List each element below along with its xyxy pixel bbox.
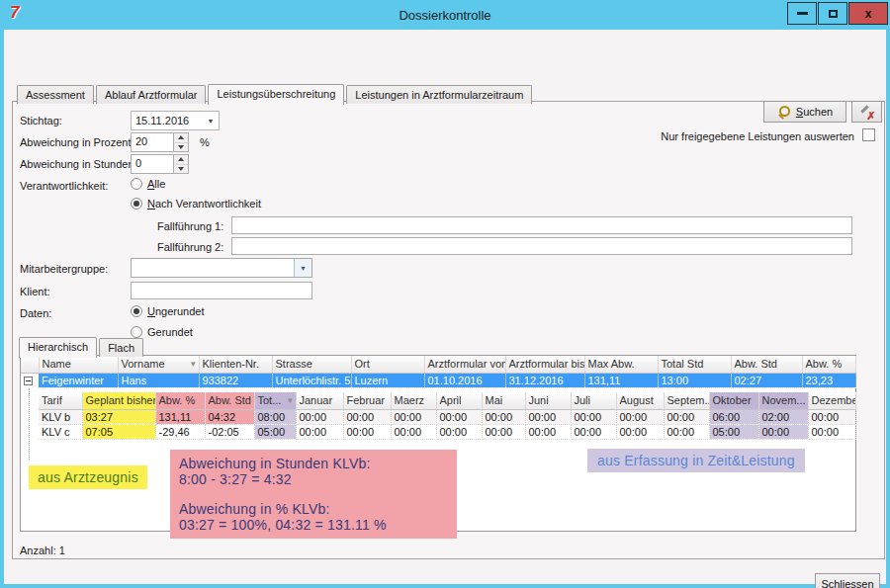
cell-month: 00:00: [482, 424, 525, 439]
header-dezember[interactable]: Dezember: [808, 392, 855, 409]
tab-hierarchisch[interactable]: Hierarchisch: [19, 337, 97, 358]
cell-abw-prozent: 23,23: [802, 373, 855, 387]
stepper-down-button[interactable]: [174, 143, 188, 152]
cell-geplant: 07:05: [82, 424, 155, 439]
cell-month: 00:00: [664, 424, 709, 439]
radio-ungerundet[interactable]: Ungerundet: [131, 305, 205, 317]
mitarbeitergruppe-combobox[interactable]: ▼: [131, 258, 312, 278]
cell-strasse: Unterlöchlistr. 5: [272, 373, 351, 387]
header-strasse[interactable]: Strasse: [272, 356, 351, 373]
clear-search-button[interactable]: [851, 101, 882, 123]
stepper-up-button[interactable]: [174, 155, 188, 165]
abw-prozent-stepper[interactable]: 20: [131, 132, 189, 152]
header-juli[interactable]: Juli: [571, 392, 616, 409]
header-max-abw[interactable]: Max Abw.: [584, 356, 658, 373]
close-button[interactable]: x: [848, 2, 888, 25]
header-geplant-bisher[interactable]: Geplant bisher: [82, 392, 155, 409]
radio-circle-icon: [131, 178, 142, 190]
result-count: Anzahl: 1: [20, 545, 65, 556]
only-released-checkbox[interactable]: [862, 128, 875, 141]
tab-leistungsueberschreitung[interactable]: Leistungsüberschreitung: [208, 84, 344, 105]
tariff-row-klvc[interactable]: KLV c 07:05 -29,46 -02:05 05:00 00:00 00…: [39, 424, 855, 439]
header-november[interactable]: Novem...: [758, 392, 808, 409]
main-tabstrip: Assessment Ablauf Arztformular Leistungs…: [17, 84, 534, 104]
radio-circle-icon: [131, 305, 142, 317]
header-total[interactable]: ▾Tot...: [254, 392, 296, 409]
tab-assessment[interactable]: Assessment: [17, 85, 94, 104]
header-oktober[interactable]: Oktober: [709, 392, 758, 409]
fallfuehrung2-input[interactable]: [231, 237, 852, 255]
close-icon: x: [865, 8, 872, 20]
annotation-line: 03:27 = 100%, 04:32 = 131.11 %: [179, 517, 448, 533]
cell-november: 00:00: [758, 424, 808, 439]
stichtag-combobox[interactable]: 15.11.2016 ▼: [131, 111, 220, 130]
cell-month: 00:00: [525, 409, 571, 424]
maximize-button[interactable]: [818, 2, 847, 25]
header-klienten-nr[interactable]: Klienten-Nr.: [199, 356, 272, 373]
close-dialog-button[interactable]: Schliessen: [815, 573, 880, 588]
stepper-buttons: [174, 132, 189, 152]
radio-alle[interactable]: Alle: [131, 178, 165, 190]
header-juni[interactable]: Juni: [525, 392, 571, 409]
stepper-down-button[interactable]: [174, 165, 188, 174]
cell-geplant: 03:27: [82, 409, 155, 424]
cell-abw-std: 04:32: [205, 409, 254, 424]
header-arztformular-bis[interactable]: Arztformular bis: [505, 356, 584, 373]
abw-stunden-stepper[interactable]: 0: [131, 154, 189, 174]
header-arztformular-von[interactable]: Arztformular von: [424, 356, 505, 373]
fallfuehrung1-input[interactable]: [231, 216, 852, 234]
header-august[interactable]: August: [616, 392, 664, 409]
cell-month: 00:00: [391, 424, 436, 439]
header-sub-abw-std[interactable]: Abw. Std: [205, 392, 254, 409]
window-controls: x: [786, 2, 888, 25]
tariff-row-klvb[interactable]: KLV b 03:27 131,11 04:32 08:00 00:00 00:…: [39, 409, 855, 424]
header-sub-abw-prozent[interactable]: Abw. %: [155, 392, 205, 409]
tariff-table-header: Tarif Geplant bisher Abw. % Abw. Std ▾To…: [39, 392, 855, 409]
results-grid: Name ▾Vorname Klienten-Nr. Strasse Ort A…: [20, 355, 856, 532]
cell-arztformular-von: 01.10.2016: [424, 373, 505, 387]
clear-search-icon: [859, 105, 875, 120]
arrow-down-icon: [178, 167, 184, 171]
chevron-down-icon[interactable]: ▼: [294, 259, 312, 277]
stichtag-value: 15.11.2016: [132, 115, 203, 126]
tab-leistungen-zeitraum[interactable]: Leistungen in Arztformularzeitraum: [346, 85, 532, 104]
header-januar[interactable]: Januar: [296, 392, 343, 409]
percent-suffix: %: [200, 136, 210, 148]
header-vorname[interactable]: ▾Vorname: [118, 356, 199, 373]
abw-prozent-label: Abweichung in Prozent:: [20, 136, 134, 148]
abw-stunden-label: Abweichung in Stunden:: [20, 158, 137, 170]
annotation-line: 8:00 - 3:27 = 4:32: [179, 471, 448, 487]
tab-ablauf-arztformular[interactable]: Ablauf Arztformular: [96, 85, 207, 104]
radio-nach-verantwortlichkeit[interactable]: Nach Verantwortlichkeit: [131, 198, 261, 210]
cell-tarif: KLV b: [39, 409, 82, 424]
header-tarif[interactable]: Tarif: [39, 392, 82, 409]
cell-abw-std: -02:05: [205, 424, 254, 439]
collapse-icon[interactable]: [24, 377, 33, 385]
header-total-std[interactable]: Total Std: [658, 356, 731, 373]
client-row-selected[interactable]: Feigenwinter Hans 933822 Unterlöchlistr.…: [21, 373, 855, 387]
header-abw-std[interactable]: Abw. Std: [731, 356, 802, 373]
header-maerz[interactable]: Maerz: [391, 392, 436, 409]
radio-gerundet-label: Gerundet: [147, 326, 193, 338]
dialog-client-area: Assessment Ablauf Arztformular Leistungs…: [4, 30, 886, 584]
tab-flach[interactable]: Flach: [99, 338, 143, 357]
titlebar[interactable]: 7 Dossierkontrolle x: [0, 0, 890, 30]
stepper-buttons: [174, 154, 189, 174]
klient-input[interactable]: [131, 282, 312, 299]
header-februar[interactable]: Februar: [343, 392, 391, 409]
header-ort[interactable]: Ort: [351, 356, 424, 373]
header-abw-prozent[interactable]: Abw. %: [802, 356, 855, 373]
header-september[interactable]: Septem...: [664, 392, 709, 409]
cell-ort: Luzern: [351, 373, 424, 387]
window-title: Dossierkontrolle: [0, 8, 890, 23]
header-name[interactable]: Name: [39, 356, 118, 373]
search-icon: [777, 105, 791, 119]
stepper-up-button[interactable]: [174, 133, 188, 143]
header-expander: [21, 356, 39, 373]
search-button[interactable]: Suchen: [763, 101, 846, 123]
header-mai[interactable]: Mai: [482, 392, 525, 409]
minimize-button[interactable]: [787, 2, 817, 25]
header-april[interactable]: April: [436, 392, 482, 409]
radio-circle-icon: [131, 198, 142, 210]
expander-cell: [21, 373, 39, 387]
